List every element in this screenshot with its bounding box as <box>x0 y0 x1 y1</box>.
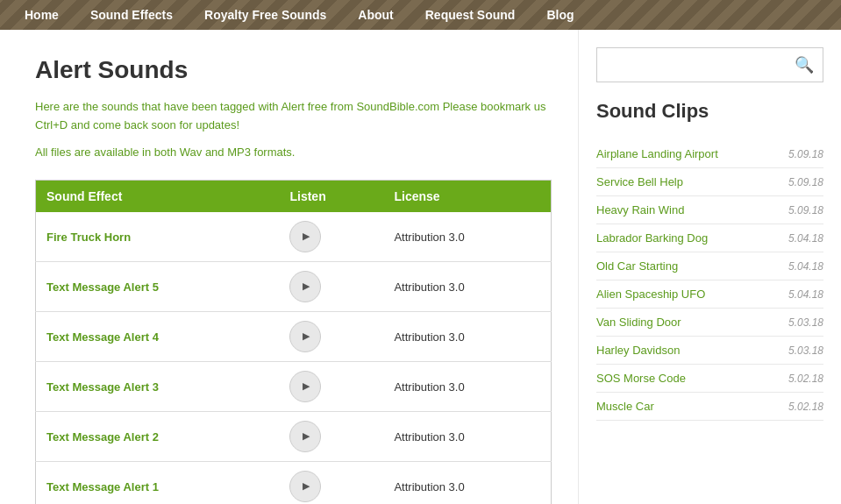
play-button[interactable] <box>289 471 321 502</box>
page-title: Alert Sounds <box>35 56 552 84</box>
license-text: Attribution 3.0 <box>394 280 464 294</box>
sound-name[interactable]: Text Message Alert 2 <box>46 430 159 444</box>
clip-date: 5.02.18 <box>788 401 823 413</box>
formats-note: All files are available in both Wav and … <box>35 146 552 159</box>
clip-name[interactable]: Harley Davidson <box>596 344 680 357</box>
nav-home[interactable]: Home <box>9 0 75 30</box>
clip-name[interactable]: Old Car Starting <box>596 259 678 273</box>
clip-name[interactable]: Alien Spaceship UFO <box>596 287 705 301</box>
clip-item: Labrador Barking Dog 5.04.18 <box>596 224 823 252</box>
clip-date: 5.09.18 <box>788 148 823 160</box>
clips-list: Airplane Landing Airport 5.09.18 Service… <box>596 140 823 421</box>
main-nav: Home Sound Effects Royalty Free Sounds A… <box>0 0 841 30</box>
table-row: Text Message Alert 4 Attribution 3.0 <box>36 311 552 361</box>
sound-name[interactable]: Text Message Alert 3 <box>46 380 159 394</box>
clip-item: Airplane Landing Airport 5.09.18 <box>596 140 823 168</box>
clip-name[interactable]: Labrador Barking Dog <box>596 231 708 245</box>
clip-name[interactable]: SOS Morse Code <box>596 372 686 385</box>
clip-item: SOS Morse Code 5.02.18 <box>596 365 823 393</box>
table-row: Fire Truck Horn Attribution 3.0 <box>36 212 552 262</box>
license-text: Attribution 3.0 <box>394 480 464 493</box>
sound-name[interactable]: Fire Truck Horn <box>46 231 131 244</box>
search-box: 🔍 <box>596 47 823 82</box>
clip-item: Service Bell Help 5.09.18 <box>596 168 823 196</box>
clip-name[interactable]: Service Bell Help <box>596 175 683 188</box>
clip-date: 5.09.18 <box>788 176 823 188</box>
sidebar: 🔍 Sound Clips Airplane Landing Airport 5… <box>578 30 841 504</box>
clip-item: Muscle Car 5.02.18 <box>596 393 823 421</box>
nav-about[interactable]: About <box>342 0 409 30</box>
license-text: Attribution 3.0 <box>394 231 464 244</box>
sound-clips-title: Sound Clips <box>596 100 823 126</box>
nav-royalty-free[interactable]: Royalty Free Sounds <box>189 0 342 30</box>
clip-name[interactable]: Van Sliding Door <box>596 316 681 329</box>
play-button[interactable] <box>289 421 321 452</box>
page-wrapper: Alert Sounds Here are the sounds that ha… <box>0 30 841 504</box>
sound-name[interactable]: Text Message Alert 5 <box>46 280 159 294</box>
sound-name[interactable]: Text Message Alert 4 <box>46 330 159 344</box>
clip-date: 5.02.18 <box>788 373 823 385</box>
license-text: Attribution 3.0 <box>394 430 464 444</box>
clip-item: Harley Davidson 5.03.18 <box>596 337 823 365</box>
main-content: Alert Sounds Here are the sounds that ha… <box>0 30 578 504</box>
col-listen: Listen <box>279 180 383 212</box>
description-text: Here are the sounds that have been tagge… <box>35 98 552 135</box>
clip-name[interactable]: Heavy Rain Wind <box>596 203 684 217</box>
clip-item: Alien Spaceship UFO 5.04.18 <box>596 280 823 309</box>
clip-item: Van Sliding Door 5.03.18 <box>596 309 823 337</box>
nav-request-sound[interactable]: Request Sound <box>410 0 531 30</box>
clip-date: 5.04.18 <box>788 260 823 273</box>
table-row: Text Message Alert 1 Attribution 3.0 <box>36 461 552 504</box>
table-row: Text Message Alert 2 Attribution 3.0 <box>36 411 552 461</box>
col-sound-effect: Sound Effect <box>36 180 280 212</box>
clip-item: Heavy Rain Wind 5.09.18 <box>596 196 823 224</box>
license-text: Attribution 3.0 <box>394 330 464 344</box>
clip-name[interactable]: Muscle Car <box>596 400 654 413</box>
license-text: Attribution 3.0 <box>394 380 464 394</box>
play-button[interactable] <box>289 371 321 402</box>
clip-name[interactable]: Airplane Landing Airport <box>596 147 718 160</box>
search-button[interactable]: 🔍 <box>786 48 823 82</box>
clip-item: Old Car Starting 5.04.18 <box>596 252 823 280</box>
table-row: Text Message Alert 3 Attribution 3.0 <box>36 361 552 411</box>
search-input[interactable] <box>597 51 786 79</box>
play-button[interactable] <box>289 271 321 302</box>
sound-table: Sound Effect Listen License Fire Truck H… <box>35 180 552 504</box>
nav-sound-effects[interactable]: Sound Effects <box>75 0 189 30</box>
col-license: License <box>383 180 551 212</box>
clip-date: 5.09.18 <box>788 204 823 217</box>
clip-date: 5.03.18 <box>788 316 823 329</box>
play-button[interactable] <box>289 221 321 252</box>
clip-date: 5.04.18 <box>788 288 823 301</box>
sound-name[interactable]: Text Message Alert 1 <box>46 480 159 493</box>
table-header-row: Sound Effect Listen License <box>36 180 552 212</box>
table-row: Text Message Alert 5 Attribution 3.0 <box>36 261 552 311</box>
search-icon: 🔍 <box>795 55 814 75</box>
nav-blog[interactable]: Blog <box>531 0 589 30</box>
clip-date: 5.03.18 <box>788 344 823 357</box>
play-button[interactable] <box>289 321 321 352</box>
clip-date: 5.04.18 <box>788 232 823 245</box>
